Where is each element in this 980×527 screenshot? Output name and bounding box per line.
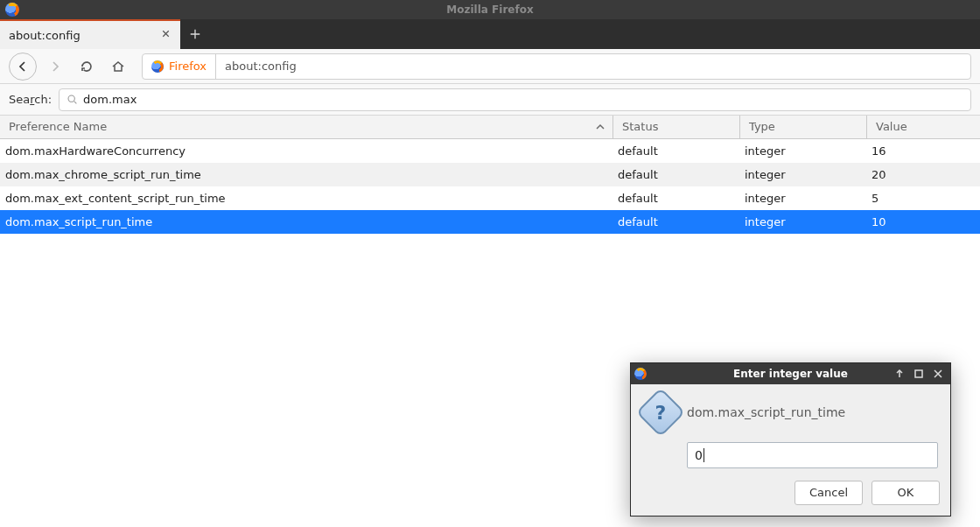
dialog-maximize-icon[interactable] — [914, 369, 924, 379]
new-tab-button[interactable] — [180, 19, 210, 49]
text-caret — [704, 448, 704, 462]
sort-asc-icon — [595, 116, 606, 138]
prefs-cell-name: dom.maxHardwareConcurrency — [0, 139, 612, 163]
prefs-cell-status: default — [612, 163, 739, 186]
cancel-button[interactable]: Cancel — [794, 481, 863, 505]
identity-box[interactable]: Firefox — [143, 54, 216, 79]
url-text: about:config — [216, 60, 305, 73]
ok-button[interactable]: OK — [872, 481, 940, 505]
col-header-value[interactable]: Value — [866, 116, 980, 138]
col-header-status[interactable]: Status — [612, 116, 739, 138]
window-titlebar: Mozilla Firefox — [0, 0, 980, 19]
prefs-cell-type: integer — [739, 210, 866, 234]
svg-rect-1 — [915, 370, 922, 377]
back-button[interactable] — [9, 53, 37, 81]
identity-label: Firefox — [169, 60, 206, 73]
prefs-header[interactable]: Preference Name Status Type Value — [0, 116, 980, 139]
prefs-cell-status: default — [612, 210, 739, 234]
forward-button[interactable] — [42, 53, 68, 80]
search-query: dom.max — [83, 93, 136, 106]
prefs-cell-status: default — [612, 186, 739, 210]
tab-close-icon[interactable] — [160, 28, 172, 42]
prefs-cell-type: integer — [739, 163, 866, 186]
dialog-titlebar[interactable]: Enter integer value — [631, 363, 950, 384]
prefs-row[interactable]: dom.max_chrome_script_run_timedefaultint… — [0, 163, 980, 186]
firefox-logo-icon — [151, 60, 164, 73]
prefs-cell-value: 16 — [866, 139, 980, 163]
search-label: Search: — [9, 93, 52, 106]
tab-title: about:config — [9, 29, 80, 42]
prefs-cell-type: integer — [739, 186, 866, 210]
dialog-collapse-icon[interactable] — [894, 369, 905, 379]
prefs-cell-name: dom.max_chrome_script_run_time — [0, 163, 612, 186]
prefs-cell-value: 5 — [866, 186, 980, 210]
prefs-row[interactable]: dom.max_script_run_timedefaultinteger10 — [0, 210, 980, 234]
prefs-cell-status: default — [612, 139, 739, 163]
dialog-close-icon[interactable] — [933, 369, 943, 379]
dialog-input-value: 0 — [695, 448, 703, 462]
home-button[interactable] — [105, 53, 131, 80]
prefs-cell-value: 10 — [866, 210, 980, 234]
col-header-name[interactable]: Preference Name — [0, 116, 612, 138]
tab-active[interactable]: about:config — [0, 19, 180, 49]
tab-strip: about:config — [0, 19, 980, 49]
integer-prompt-dialog: Enter integer value ? dom.max_script_run… — [630, 362, 951, 516]
prefs-cell-type: integer — [739, 139, 866, 163]
url-bar[interactable]: Firefox about:config — [142, 53, 971, 80]
prefs-row[interactable]: dom.maxHardwareConcurrencydefaultinteger… — [0, 139, 980, 163]
dialog-pref-name: dom.max_script_run_time — [687, 405, 845, 419]
search-input[interactable]: dom.max — [59, 88, 971, 111]
prefs-cell-value: 20 — [866, 163, 980, 186]
prefs-body: dom.maxHardwareConcurrencydefaultinteger… — [0, 139, 980, 234]
config-search-bar: Search: dom.max — [0, 84, 980, 116]
search-icon — [66, 94, 78, 105]
prefs-table: Preference Name Status Type Value dom.ma… — [0, 116, 980, 234]
window-title: Mozilla Firefox — [0, 0, 980, 19]
svg-point-0 — [68, 95, 74, 102]
reload-button[interactable] — [74, 53, 100, 80]
question-icon: ? — [643, 395, 678, 430]
dialog-value-input[interactable]: 0 — [687, 442, 938, 468]
nav-toolbar: Firefox about:config — [0, 49, 980, 84]
col-header-type[interactable]: Type — [739, 116, 866, 138]
firefox-logo-icon — [634, 368, 647, 380]
prefs-row[interactable]: dom.max_ext_content_script_run_timedefau… — [0, 186, 980, 210]
prefs-cell-name: dom.max_script_run_time — [0, 210, 612, 234]
prefs-cell-name: dom.max_ext_content_script_run_time — [0, 186, 612, 210]
